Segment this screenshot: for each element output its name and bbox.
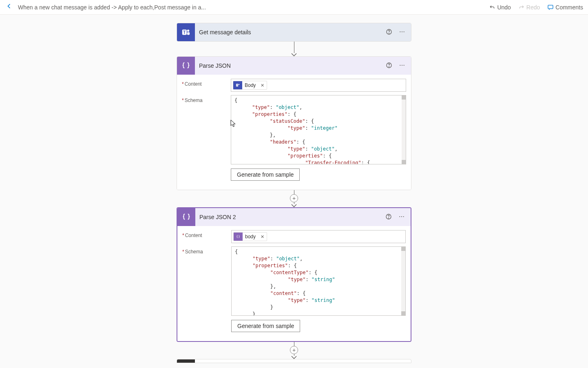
svg-point-7 (400, 31, 400, 32)
more-icon[interactable] (397, 27, 407, 38)
content-input[interactable]: T Body ✕ (231, 79, 406, 92)
generate-from-sample-button[interactable]: Generate from sample (231, 320, 300, 332)
svg-text:T: T (237, 84, 238, 86)
schema-label: *Schema (182, 246, 231, 332)
breadcrumb: When a new chat message is added -> Appl… (18, 4, 206, 11)
step-title: Parse JSON 2 (195, 214, 384, 220)
teams-icon: T (233, 81, 242, 90)
remove-token-icon[interactable]: ✕ (258, 234, 267, 239)
back-arrow-icon[interactable] (5, 2, 13, 12)
redo-button: Redo (518, 4, 540, 11)
svg-point-17 (239, 84, 240, 85)
connector-add: + (290, 342, 298, 359)
svg-point-12 (400, 64, 400, 65)
svg-point-19 (388, 217, 389, 218)
svg-point-20 (399, 216, 400, 217)
step-title: Get message details (195, 29, 384, 35)
generate-from-sample-button[interactable]: Generate from sample (231, 168, 300, 181)
comments-button[interactable]: Comments (547, 4, 583, 11)
code-braces-icon (177, 208, 195, 226)
svg-point-22 (403, 216, 404, 217)
connector (291, 42, 297, 56)
topbar: When a new chat message is added -> Appl… (0, 0, 588, 15)
svg-point-14 (404, 64, 405, 65)
svg-point-8 (402, 31, 402, 32)
connector-add: + (290, 190, 298, 207)
help-icon[interactable] (384, 27, 394, 38)
help-icon[interactable] (384, 60, 394, 71)
svg-rect-4 (187, 32, 190, 35)
svg-rect-0 (548, 5, 553, 9)
more-icon[interactable] (397, 212, 407, 223)
undo-button[interactable]: Undo (489, 4, 511, 11)
scrollbar[interactable] (402, 95, 406, 164)
schema-textarea[interactable]: { "type": "object", "properties": { "con… (231, 246, 406, 316)
svg-text:T: T (183, 30, 186, 35)
dynamic-token-body[interactable]: T Body ✕ (233, 81, 267, 90)
more-icon[interactable] (397, 60, 407, 71)
step-partial[interactable] (177, 359, 411, 363)
content-label: *Content (182, 79, 231, 92)
code-braces-icon (234, 232, 243, 241)
step-title: Parse JSON (195, 62, 384, 69)
content-input[interactable]: body ✕ (231, 230, 406, 243)
add-step-button[interactable]: + (290, 194, 298, 202)
svg-point-13 (402, 64, 402, 65)
svg-point-3 (187, 30, 190, 32)
step-parse-json-2[interactable]: Parse JSON 2 *Content body ✕ (177, 207, 411, 342)
teams-icon: T (177, 23, 195, 41)
schema-textarea[interactable]: { "type": "object", "properties": { "sta… (231, 95, 406, 164)
schema-label: *Schema (182, 95, 231, 181)
content-label: *Content (182, 230, 231, 243)
remove-token-icon[interactable]: ✕ (258, 83, 267, 88)
svg-point-9 (404, 31, 405, 32)
dynamic-token-body[interactable]: body ✕ (233, 232, 267, 241)
step-get-message-details[interactable]: T Get message details (177, 23, 411, 42)
help-icon[interactable] (384, 212, 393, 223)
svg-point-11 (389, 66, 389, 67)
svg-point-21 (401, 216, 402, 217)
svg-point-6 (389, 33, 389, 33)
scrollbar[interactable] (401, 247, 405, 315)
add-step-button[interactable]: + (290, 346, 298, 354)
flow-canvas: T Get message details Parse JSON (0, 15, 588, 363)
code-braces-icon (177, 57, 195, 75)
step-parse-json[interactable]: Parse JSON *Content T Body ✕ (177, 56, 411, 190)
